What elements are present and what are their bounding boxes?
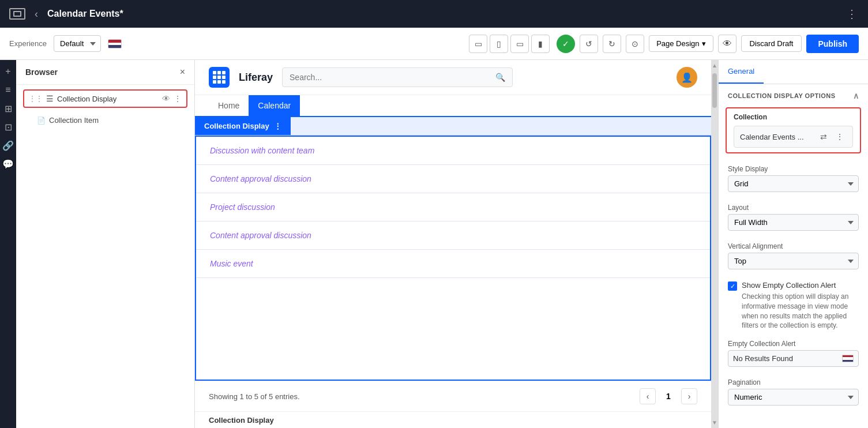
liferay-name: Liferay [239, 72, 273, 84]
page-design-button[interactable]: Page Design ▾ [649, 35, 713, 52]
browser-close-button[interactable]: × [180, 67, 185, 77]
collection-display-label: Collection Display [57, 95, 159, 103]
show-empty-text: Show Empty Collection Alert Checking thi… [742, 281, 859, 331]
show-empty-label: Show Empty Collection Alert [742, 281, 859, 290]
empty-alert-input[interactable]: No Results Found [728, 350, 859, 367]
scroll-down-icon[interactable]: ▼ [712, 419, 717, 426]
sidebar-toggle-icon[interactable] [9, 8, 25, 20]
scroll-thumb[interactable] [712, 73, 717, 108]
collection-display-more-icon[interactable]: ⋮ [174, 94, 182, 103]
entry-text-3: Project discussion [210, 202, 275, 212]
liferay-header: Liferay 🔍 👤 [195, 60, 711, 95]
page-design-chevron: ▾ [702, 39, 706, 48]
style-display-group: Style Display Grid List Flex [719, 160, 868, 199]
experience-select[interactable]: Default [54, 35, 101, 52]
tab-general[interactable]: General [719, 60, 764, 84]
discard-button[interactable]: Discard Draft [741, 35, 802, 52]
pagination-next-button[interactable]: › [681, 388, 697, 404]
collection-entry: Content approval discussion [196, 165, 710, 193]
layout-group: Layout Full Width Fixed Width [719, 199, 868, 238]
footer-label-bar: Collection Display [195, 411, 711, 428]
more-options-icon[interactable]: ⋮ [846, 7, 859, 21]
collection-swap-button[interactable]: ⇄ [817, 130, 831, 144]
show-empty-desc: Checking this option will display an inf… [742, 292, 859, 331]
left-sidebar: + ≡ ⊞ ⊡ 🔗 💬 [0, 60, 16, 428]
sidebar-comments-icon[interactable]: 💬 [1, 157, 15, 171]
collection-item-icon: 📄 [37, 117, 46, 125]
collection-display-icon: ☰ [46, 94, 54, 103]
liferay-logo [209, 67, 230, 88]
main-layout: + ≡ ⊞ ⊡ 🔗 💬 Browser × ⋮⋮ ☰ Collection Di… [0, 60, 868, 428]
sidebar-browser-icon[interactable]: ⊡ [1, 120, 15, 134]
collection-display-tab[interactable]: Collection Display ⋮ [195, 117, 291, 135]
top-bar: ‹ Calendar Events* ⋮ [0, 0, 868, 28]
collection-entry: Music event [196, 250, 710, 278]
view-icons: ▭ ▯ ▭ ▮ [469, 35, 550, 53]
tablet-landscape-icon[interactable]: ▭ [510, 35, 529, 53]
style-display-label: Style Display [728, 165, 859, 173]
pagination-prev-button[interactable]: ‹ [640, 388, 656, 404]
sidebar-components-icon[interactable]: ⊞ [1, 102, 15, 115]
collection-item-display: Calendar Events ... ⇄ ⋮ [734, 126, 853, 148]
search-input[interactable] [290, 73, 491, 82]
scroll-track[interactable]: ▲ ▼ [711, 60, 718, 428]
drag-handle-icon[interactable]: ⋮⋮ [29, 95, 43, 103]
mobile-view-icon[interactable]: ▮ [531, 35, 550, 53]
style-display-select[interactable]: Grid List Flex [728, 175, 859, 192]
nav-home[interactable]: Home [209, 95, 249, 116]
pagination-current: 1 [660, 388, 677, 404]
collection-display-tabbar: Collection Display ⋮ [195, 117, 711, 136]
collection-display-item: ⋮⋮ ☰ Collection Display 👁 ⋮ [23, 89, 187, 108]
pagination-select[interactable]: Numeric Simple Regular [728, 389, 859, 406]
sidebar-add-icon[interactable]: + [1, 65, 15, 78]
browser-title: Browser [25, 67, 58, 77]
entry-text-5: Music event [210, 259, 253, 268]
layout-label: Layout [728, 204, 859, 212]
history-button[interactable]: ⊙ [626, 35, 644, 53]
vertical-alignment-select[interactable]: Top Middle Bottom [728, 253, 859, 269]
language-flag[interactable] [108, 39, 122, 48]
empty-alert-group: Empty Collection Alert No Results Found [719, 335, 868, 374]
section-collapse-icon[interactable]: ∧ [853, 91, 859, 100]
scroll-up-icon[interactable]: ▲ [712, 62, 717, 69]
visibility-toggle-icon[interactable]: 👁 [162, 94, 170, 103]
layout-select[interactable]: Full Width Fixed Width [728, 214, 859, 231]
search-box[interactable]: 🔍 [282, 67, 513, 87]
check-button[interactable]: ✓ [557, 35, 575, 53]
canvas-area: Liferay 🔍 👤 Home Calendar Collection Dis… [195, 60, 711, 428]
publish-button[interactable]: Publish [806, 35, 859, 53]
nav-calendar[interactable]: Calendar [249, 95, 300, 116]
empty-alert-value: No Results Found [733, 354, 840, 363]
toolbar-actions: ✓ ↺ ↻ ⊙ Page Design ▾ 👁 Discard Draft Pu… [557, 35, 859, 53]
show-empty-alert-row: ✓ Show Empty Collection Alert Checking t… [719, 276, 868, 335]
preview-button[interactable]: 👁 [718, 35, 737, 53]
show-empty-checkbox[interactable]: ✓ [728, 281, 737, 291]
redo-button[interactable]: ↻ [603, 35, 621, 53]
entry-text-2: Content approval discussion [210, 174, 311, 183]
showing-text: Showing 1 to 5 of 5 entries. [209, 392, 635, 401]
search-icon: 🔍 [495, 73, 505, 82]
collection-entry: Discussion with content team [196, 137, 710, 165]
collection-display-tab-more[interactable]: ⋮ [274, 122, 281, 130]
pagination-group: Pagination Numeric Simple Regular [719, 374, 868, 412]
section-title: COLLECTION DISPLAY OPTIONS [728, 92, 836, 99]
user-avatar: 👤 [677, 67, 697, 88]
collection-display-options-header: COLLECTION DISPLAY OPTIONS ∧ [719, 84, 868, 107]
sidebar-link-icon[interactable]: 🔗 [1, 138, 15, 152]
back-button[interactable]: ‹ [32, 6, 40, 22]
desktop-view-icon[interactable]: ▭ [469, 35, 487, 53]
empty-alert-label: Empty Collection Alert [728, 340, 859, 348]
collection-more-button[interactable]: ⋮ [833, 130, 847, 144]
collection-display-tab-label: Collection Display [204, 122, 269, 130]
collection-item-row: 📄 Collection Item [23, 112, 187, 128]
tablet-view-icon[interactable]: ▯ [490, 35, 508, 53]
vertical-alignment-label: Vertical Alignment [728, 242, 859, 250]
experience-label: Experience [9, 39, 47, 48]
sidebar-layers-icon[interactable]: ≡ [1, 83, 15, 97]
collection-entry: Content approval discussion [196, 221, 710, 250]
undo-button[interactable]: ↺ [580, 35, 598, 53]
browser-panel: Browser × ⋮⋮ ☰ Collection Display 👁 ⋮ 📄 … [16, 60, 195, 428]
empty-alert-flag[interactable] [842, 355, 854, 362]
collection-item-actions: ⇄ ⋮ [817, 130, 847, 144]
right-panel: General COLLECTION DISPLAY OPTIONS ∧ Col… [718, 60, 868, 428]
